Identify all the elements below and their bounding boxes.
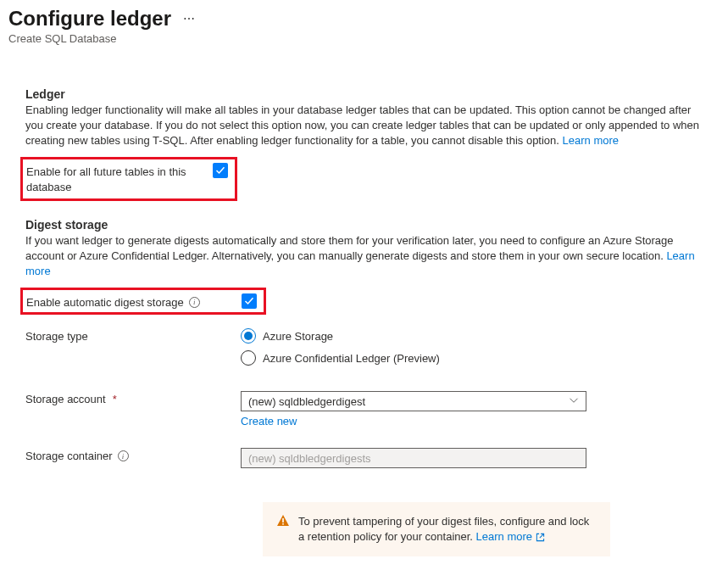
storage-type-azure-storage-radio[interactable]: Azure Storage — [241, 328, 440, 344]
warning-icon — [276, 514, 290, 532]
enable-digest-checkbox[interactable] — [242, 293, 257, 309]
svg-rect-0 — [282, 518, 284, 522]
check-icon — [244, 296, 254, 306]
storage-type-acl-radio[interactable]: Azure Confidential Ledger (Preview) — [241, 350, 440, 366]
storage-type-label: Storage type — [25, 328, 241, 343]
create-new-link[interactable]: Create new — [241, 415, 297, 428]
enable-ledger-highlight: Enable for all future tables in this dat… — [20, 157, 237, 201]
breadcrumb: Create SQL Database — [8, 32, 720, 45]
digest-description: If you want ledger to generate digests a… — [25, 233, 711, 279]
radio-label: Azure Confidential Ledger (Preview) — [263, 352, 440, 365]
svg-rect-1 — [282, 523, 284, 525]
page-title: Configure ledger — [8, 7, 171, 31]
digest-section-title: Digest storage — [25, 218, 711, 232]
external-link-icon — [536, 533, 545, 542]
enable-digest-label: Enable automatic digest storage i — [26, 294, 242, 309]
chevron-down-icon — [569, 395, 579, 408]
enable-digest-highlight: Enable automatic digest storage i — [20, 288, 266, 315]
ledger-section-title: Ledger — [25, 87, 711, 101]
check-icon — [215, 165, 225, 176]
warning-banner: To prevent tampering of your digest file… — [263, 502, 610, 556]
enable-ledger-label: Enable for all future tables in this dat… — [26, 163, 213, 195]
storage-account-label: Storage account* — [25, 391, 241, 405]
warning-learn-more-link[interactable]: Learn more — [476, 530, 545, 543]
select-value: (new) sqldbledgerdigest — [248, 395, 365, 408]
more-actions-button[interactable]: ⋯ — [180, 8, 199, 29]
ledger-description: Enabling ledger functionality will make … — [25, 103, 711, 148]
radio-label: Azure Storage — [263, 330, 333, 343]
info-icon[interactable]: i — [189, 297, 200, 308]
ledger-learn-more-link[interactable]: Learn more — [563, 134, 619, 147]
storage-container-label: Storage container i — [25, 448, 241, 462]
storage-account-select[interactable]: (new) sqldbledgerdigest — [241, 391, 586, 411]
storage-container-input: (new) sqldbledgerdigests — [241, 448, 586, 468]
enable-ledger-checkbox[interactable] — [213, 163, 228, 178]
info-icon[interactable]: i — [118, 450, 129, 461]
